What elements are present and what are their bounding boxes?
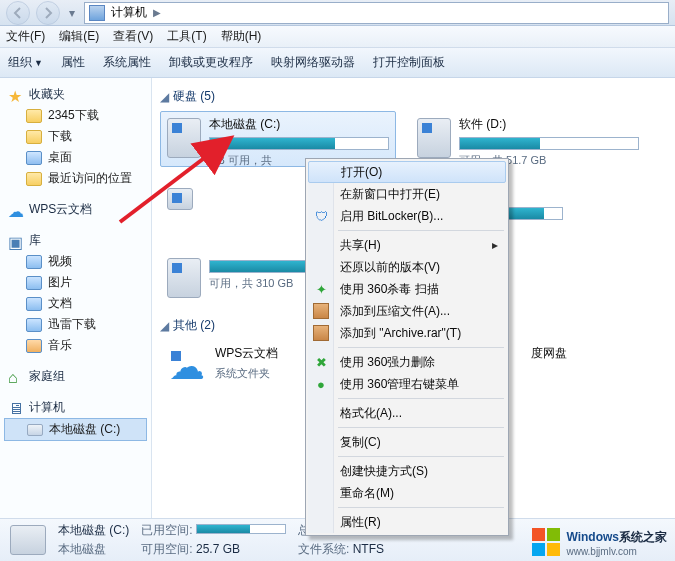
- ctx-share[interactable]: 共享(H)▸: [308, 234, 506, 256]
- separator: [338, 456, 504, 457]
- nav-back-button[interactable]: [6, 1, 30, 25]
- separator: [338, 427, 504, 428]
- star-icon: ★: [8, 87, 24, 103]
- menu-view[interactable]: 查看(V): [113, 28, 153, 45]
- ctx-properties[interactable]: 属性(R): [308, 511, 506, 533]
- nav-fav-item[interactable]: 2345下载: [4, 105, 147, 126]
- nav-fav-item[interactable]: 下载: [4, 126, 147, 147]
- section-hard-disks[interactable]: ◢硬盘 (5): [160, 88, 667, 105]
- nav-computer[interactable]: 🖥计算机: [4, 397, 147, 418]
- homegroup-icon: ⌂: [8, 369, 24, 385]
- ctx-create-shortcut[interactable]: 创建快捷方式(S): [308, 460, 506, 482]
- context-menu: 打开(O) 在新窗口中打开(E) 🛡启用 BitLocker(B)... 共享(…: [305, 158, 509, 536]
- music-icon: [26, 339, 42, 353]
- watermark-url: www.bjjmlv.com: [566, 546, 667, 557]
- cmd-map-drive[interactable]: 映射网络驱动器: [271, 54, 355, 71]
- archive-icon: [313, 303, 329, 319]
- collapse-icon: ◢: [160, 90, 169, 104]
- other-wps[interactable]: ☁ WPS云文档 系统文件夹: [160, 340, 320, 396]
- drive-icon: [167, 258, 201, 298]
- ball-icon: ●: [313, 376, 329, 392]
- cloud-icon: ☁: [167, 347, 207, 387]
- image-icon: [26, 276, 42, 290]
- nav-wps-cloud[interactable]: ☁WPS云文档: [4, 199, 147, 220]
- delete-icon: ✖: [313, 354, 329, 370]
- command-bar: 组织 ▼ 属性 系统属性 卸载或更改程序 映射网络驱动器 打开控制面板: [0, 48, 675, 78]
- usage-bar: [209, 137, 389, 150]
- shield-icon: 🛡: [313, 208, 329, 224]
- scan-icon: ✦: [313, 281, 329, 297]
- ctx-360-scan[interactable]: ✦使用 360杀毒 扫描: [308, 278, 506, 300]
- address-bar[interactable]: 计算机 ▶: [84, 2, 669, 24]
- nav-lib-item[interactable]: 迅雷下载: [4, 314, 147, 335]
- ctx-format[interactable]: 格式化(A)...: [308, 402, 506, 424]
- drive-partial[interactable]: [160, 181, 320, 237]
- separator: [338, 230, 504, 231]
- drive-icon: [10, 525, 46, 555]
- cmd-control-panel[interactable]: 打开控制面板: [373, 54, 445, 71]
- arrow-right-icon: [42, 7, 54, 19]
- drive-icon: [167, 118, 201, 158]
- document-icon: [26, 297, 42, 311]
- nav-favorites[interactable]: ★收藏夹: [4, 84, 147, 105]
- menu-help[interactable]: 帮助(H): [221, 28, 262, 45]
- ctx-open[interactable]: 打开(O): [308, 161, 506, 183]
- nav-lib-item[interactable]: 文档: [4, 293, 147, 314]
- nav-fav-item[interactable]: 桌面: [4, 147, 147, 168]
- details-free: 25.7 GB: [196, 542, 240, 556]
- cmd-uninstall[interactable]: 卸载或更改程序: [169, 54, 253, 71]
- nav-history-dropdown[interactable]: ▾: [66, 6, 78, 20]
- drive-icon: [27, 424, 43, 436]
- ctx-force-delete[interactable]: ✖使用 360强力删除: [308, 351, 506, 373]
- folder-icon: [26, 172, 42, 186]
- cmd-properties[interactable]: 属性: [61, 54, 85, 71]
- separator: [338, 398, 504, 399]
- cmd-system-properties[interactable]: 系统属性: [103, 54, 151, 71]
- folder-icon: [26, 151, 42, 165]
- video-icon: [26, 255, 42, 269]
- archive-icon: [313, 325, 329, 341]
- ctx-add-archive[interactable]: 添加到压缩文件(A)...: [308, 300, 506, 322]
- titlebar: ▾ 计算机 ▶: [0, 0, 675, 26]
- other-label: WPS云文档: [215, 345, 313, 362]
- watermark: Windows系统之家 www.bjjmlv.com: [532, 527, 667, 557]
- drive-label: 本地磁盘 (C:): [209, 116, 389, 133]
- nav-libraries[interactable]: ▣库: [4, 230, 147, 251]
- ctx-restore-versions[interactable]: 还原以前的版本(V): [308, 256, 506, 278]
- ctx-360-manage-menu[interactable]: ●使用 360管理右键菜单: [308, 373, 506, 395]
- navigation-pane: ★收藏夹 2345下载 下载 桌面 最近访问的位置 ☁WPS云文档 ▣库 视频 …: [0, 78, 152, 518]
- ctx-copy[interactable]: 复制(C): [308, 431, 506, 453]
- separator: [338, 507, 504, 508]
- breadcrumb-item[interactable]: 计算机: [111, 4, 147, 21]
- menu-file[interactable]: 文件(F): [6, 28, 45, 45]
- breadcrumb-separator[interactable]: ▶: [153, 7, 161, 18]
- download-icon: [26, 318, 42, 332]
- nav-fav-item[interactable]: 最近访问的位置: [4, 168, 147, 189]
- ctx-add-rar[interactable]: 添加到 "Archive.rar"(T): [308, 322, 506, 344]
- ctx-bitlocker[interactable]: 🛡启用 BitLocker(B)...: [308, 205, 506, 227]
- nav-computer-item[interactable]: 本地磁盘 (C:): [4, 418, 147, 441]
- ctx-rename[interactable]: 重命名(M): [308, 482, 506, 504]
- nav-lib-item[interactable]: 视频: [4, 251, 147, 272]
- drive-icon: [167, 188, 193, 210]
- nav-homegroup[interactable]: ⌂家庭组: [4, 366, 147, 387]
- usage-bar: [459, 137, 639, 150]
- submenu-arrow-icon: ▸: [492, 238, 498, 252]
- menu-edit[interactable]: 编辑(E): [59, 28, 99, 45]
- cloud-icon: ☁: [8, 202, 24, 218]
- details-type: 本地磁盘: [58, 541, 129, 558]
- ctx-open-new-window[interactable]: 在新窗口中打开(E): [308, 183, 506, 205]
- computer-icon: 🖥: [8, 400, 24, 416]
- windows-logo-icon: [532, 528, 560, 556]
- other-baidu[interactable]: 度网盘: [524, 340, 644, 396]
- arrow-left-icon: [12, 7, 24, 19]
- collapse-icon: ◢: [160, 319, 169, 333]
- cmd-organize[interactable]: 组织 ▼: [8, 54, 43, 71]
- nav-lib-item[interactable]: 音乐: [4, 335, 147, 356]
- nav-forward-button[interactable]: [36, 1, 60, 25]
- usage-bar: [196, 524, 286, 534]
- nav-lib-item[interactable]: 图片: [4, 272, 147, 293]
- library-icon: ▣: [8, 233, 24, 249]
- menu-tools[interactable]: 工具(T): [167, 28, 206, 45]
- drive-icon: [417, 118, 451, 158]
